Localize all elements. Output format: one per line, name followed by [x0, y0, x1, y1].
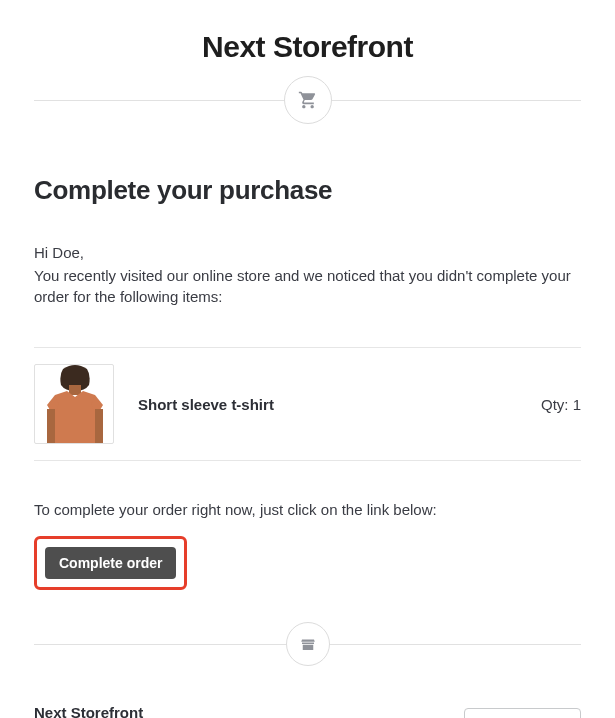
- svg-rect-1: [47, 409, 55, 444]
- cta-highlight: Complete order: [34, 536, 187, 590]
- product-thumbnail: [34, 364, 114, 444]
- svg-rect-2: [95, 409, 103, 444]
- greeting-text: Hi Doe,: [34, 242, 581, 263]
- cart-item-row: Short sleeve t-shirt Qty: 1: [34, 347, 581, 461]
- storefront-icon: [286, 622, 330, 666]
- intro-text: You recently visited our online store an…: [34, 265, 581, 307]
- complete-order-button[interactable]: Complete order: [45, 547, 176, 579]
- instruction-text: To complete your order right now, just c…: [34, 499, 581, 520]
- svg-rect-0: [69, 385, 81, 395]
- footer-store-name: Next Storefront: [34, 702, 252, 718]
- cart-icon: [284, 76, 332, 124]
- footer-row: Next Storefront next-storefront2.mybigco…: [34, 702, 581, 718]
- store-title: Next Storefront: [34, 26, 581, 68]
- footer-divider: [34, 622, 581, 666]
- product-name: Short sleeve t-shirt: [138, 394, 541, 415]
- go-shopping-button[interactable]: Go shopping: [464, 708, 581, 718]
- header-divider: [34, 76, 581, 126]
- product-qty: Qty: 1: [541, 394, 581, 415]
- page-heading: Complete your purchase: [34, 172, 581, 208]
